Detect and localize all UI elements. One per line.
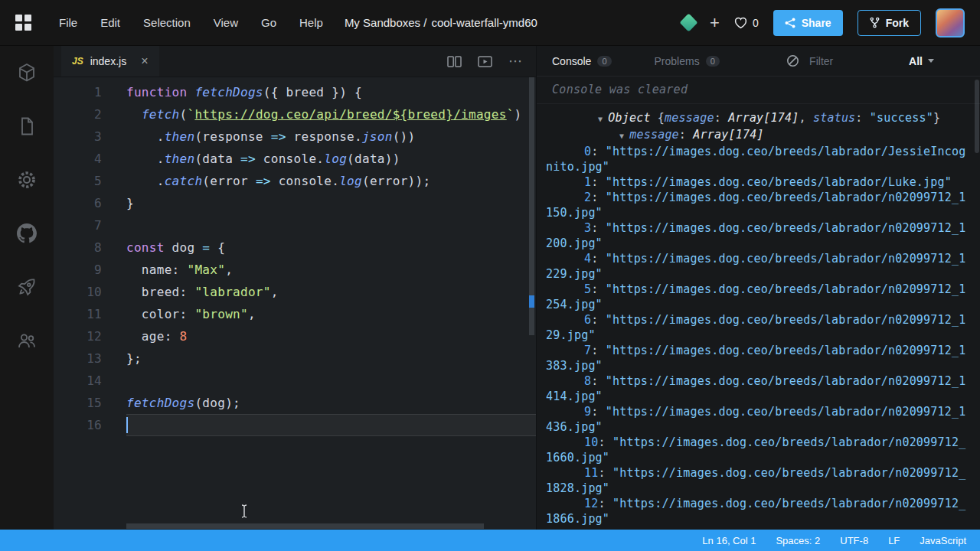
line-number: 14	[54, 370, 102, 392]
code-line-content[interactable]: color: "brown",	[126, 303, 536, 325]
code-line-row[interactable]: 4 .then(data => console.log(data))	[54, 148, 536, 170]
grid-menu-icon[interactable]	[15, 15, 31, 31]
text-caret	[126, 417, 128, 433]
code-line-row[interactable]: 6}	[54, 192, 536, 214]
menu-file[interactable]: File	[59, 16, 77, 29]
problems-tab-label: Problems	[655, 55, 700, 67]
code-line-content[interactable]: .then(response => response.json())	[126, 126, 536, 148]
code-line-content[interactable]: fetchDogs(dog);	[126, 392, 536, 414]
more-actions-icon[interactable]: ⋯	[508, 57, 522, 65]
cursor-position[interactable]: Ln 16, Col 1	[702, 535, 756, 546]
code-line-content[interactable]: fetch(`https://dog.ceo/api/breed/${breed…	[126, 103, 536, 126]
editor-horizontal-scrollbar[interactable]	[54, 523, 536, 530]
codesandbox-team-logo[interactable]	[680, 13, 698, 31]
scrollbar-thumb[interactable]	[126, 523, 484, 529]
line-number: 5	[54, 170, 102, 192]
line-number: 3	[54, 126, 102, 148]
console-filter-input[interactable]	[809, 55, 866, 67]
close-tab-icon[interactable]: ×	[141, 54, 148, 68]
menu-edit[interactable]: Edit	[100, 16, 120, 29]
code-line-content[interactable]: age: 8	[126, 325, 536, 347]
editor-vertical-scrollbar[interactable]	[528, 77, 536, 530]
line-number: 12	[54, 325, 102, 347]
cube-icon[interactable]	[17, 63, 37, 83]
line-number: 4	[54, 148, 102, 170]
line-number: 10	[54, 281, 102, 303]
code-line-row[interactable]: 1function fetchDogs({ breed }) {	[54, 81, 536, 103]
console-count-badge: 0	[597, 56, 611, 67]
code-line-row[interactable]: 5 .catch(error => console.log(error));	[54, 170, 536, 192]
encoding[interactable]: UTF-8	[840, 535, 868, 546]
code-line-content[interactable]: .then(data => console.log(data))	[126, 148, 536, 170]
split-view-icon[interactable]	[447, 56, 462, 67]
fork-button[interactable]: Fork	[858, 10, 921, 36]
code-line-content[interactable]: name: "Max",	[126, 259, 536, 281]
code-line-row[interactable]: 16	[54, 414, 536, 436]
console-array-item: 0: "https://images.dog.ceo/breeds/labrad…	[546, 144, 969, 174]
code-line-row[interactable]: 15fetchDogs(dog);	[54, 392, 536, 414]
file-icon[interactable]	[17, 116, 37, 136]
sandbox-name[interactable]: cool-waterfall-ymd60	[431, 16, 537, 29]
plus-icon[interactable]: +	[710, 15, 720, 31]
line-number: 7	[54, 214, 102, 236]
like-button[interactable]: 0	[734, 17, 759, 29]
eol-sequence[interactable]: LF	[888, 535, 900, 546]
console-array-item: 12: "https://images.dog.ceo/breeds/labra…	[546, 496, 969, 527]
tab-console[interactable]: Console 0	[552, 55, 612, 67]
gear-icon[interactable]	[17, 170, 37, 190]
code-line-content[interactable]: }	[126, 192, 536, 214]
language-mode[interactable]: JavaScript	[920, 535, 966, 546]
code-line-row[interactable]: 11 color: "brown",	[54, 303, 536, 325]
log-level-value: All	[909, 55, 923, 67]
code-line-row[interactable]: 2 fetch(`https://dog.ceo/api/breed/${bre…	[54, 103, 536, 126]
log-level-dropdown[interactable]: All	[909, 55, 934, 67]
code-editor[interactable]: 1function fetchDogs({ breed }) {2 fetch(…	[54, 77, 536, 530]
console-expandable-row[interactable]: ▼message: Array[174]	[546, 127, 969, 144]
tab-problems[interactable]: Problems 0	[655, 55, 720, 67]
share-label: Share	[802, 17, 831, 29]
code-line-content[interactable]: breed: "labrador",	[126, 281, 536, 303]
editor-pane: JS index.js × ⋯ 1function fetchDogs({ br…	[54, 46, 536, 530]
console-array-item: 1: "https://images.dog.ceo/breeds/labrad…	[546, 174, 969, 190]
console-header: Console 0 Problems 0 All	[537, 46, 980, 77]
user-avatar[interactable]	[936, 8, 965, 37]
line-number: 8	[54, 236, 102, 259]
console-expandable-row[interactable]: ▼Object {message: Array[174], status: "s…	[546, 110, 969, 127]
share-button[interactable]: Share	[773, 10, 843, 36]
console-array-item: 6: "https://images.dog.ceo/breeds/labrad…	[546, 312, 969, 343]
github-icon[interactable]	[17, 223, 37, 243]
code-line-row[interactable]: 12 age: 8	[54, 325, 536, 347]
code-line-row[interactable]: 9 name: "Max",	[54, 259, 536, 281]
code-line-content[interactable]: const dog = {	[126, 236, 536, 259]
menu-view[interactable]: View	[214, 16, 238, 29]
code-line-content[interactable]	[126, 370, 536, 392]
code-line-row[interactable]: 14	[54, 370, 536, 392]
code-line-content[interactable]: };	[126, 347, 536, 370]
menu-go[interactable]: Go	[261, 16, 276, 29]
code-line-row[interactable]: 3 .then(response => response.json())	[54, 126, 536, 148]
code-line-content[interactable]: .catch(error => console.log(error));	[126, 170, 536, 192]
code-line-row[interactable]: 10 breed: "labrador",	[54, 281, 536, 303]
code-line-row[interactable]: 7	[54, 214, 536, 236]
console-scrollbar-thumb[interactable]	[975, 80, 979, 153]
code-line-content[interactable]: function fetchDogs({ breed }) {	[126, 81, 536, 103]
current-line[interactable]	[126, 414, 536, 436]
expand-arrow-icon[interactable]: ▼	[572, 112, 603, 127]
line-number: 11	[54, 303, 102, 325]
tab-index-js[interactable]: JS index.js ×	[61, 46, 159, 77]
menu-help[interactable]: Help	[299, 16, 323, 29]
expand-arrow-icon[interactable]: ▼	[583, 129, 624, 144]
fork-icon	[870, 17, 880, 28]
rocket-icon[interactable]	[17, 277, 37, 297]
menu-selection[interactable]: Selection	[143, 16, 191, 29]
indentation[interactable]: Spaces: 2	[776, 535, 820, 546]
open-preview-icon[interactable]	[478, 56, 492, 67]
code-line-row[interactable]: 13};	[54, 347, 536, 370]
breadcrumb-path[interactable]: My Sandboxes /	[345, 16, 427, 29]
clear-console-icon[interactable]	[786, 54, 799, 67]
code-line-content[interactable]	[126, 214, 536, 236]
line-number: 2	[54, 103, 102, 126]
code-line-row[interactable]: 8const dog = {	[54, 236, 536, 259]
console-array-item: 9: "https://images.dog.ceo/breeds/labrad…	[546, 404, 969, 435]
users-icon[interactable]	[17, 331, 37, 350]
